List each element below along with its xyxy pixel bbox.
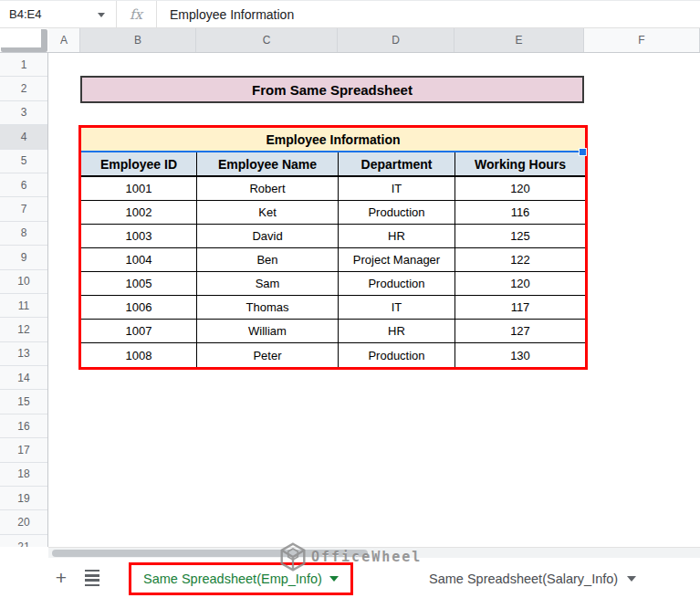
add-sheet-button[interactable]: + [49,566,73,590]
sheet-tab-dropdown-icon[interactable] [627,576,636,582]
column-header-E[interactable]: E [454,28,584,52]
row-header-21[interactable]: 21 [0,535,47,547]
row-header-13[interactable]: 13 [0,342,47,366]
table-body: 1001RobertIT1201002KetProduction1161003D… [81,177,585,367]
row-header-14[interactable]: 14 [0,366,47,390]
column-header-row: ABCDEF [0,28,700,53]
column-header-A[interactable]: A [48,28,80,52]
cell[interactable]: 1003 [81,225,197,247]
column-header-C[interactable]: C [196,28,338,52]
column-header-B[interactable]: B [80,28,196,52]
formula-input[interactable]: Employee Information [157,7,700,22]
cell[interactable]: 1005 [81,272,197,295]
cell[interactable]: William [197,320,339,342]
row-header-12[interactable]: 12 [0,318,47,341]
select-all-corner[interactable] [0,28,48,52]
row-header-19[interactable]: 19 [0,487,47,510]
table-title-cell[interactable]: Employee Information [81,128,585,152]
selection-fill-handle[interactable] [579,148,587,156]
cell[interactable]: Project Manager [339,248,455,271]
cell[interactable]: HR [339,225,455,247]
table-row: 1007WilliamHR127 [81,320,585,343]
hamburger-bar [85,570,99,572]
name-box-dropdown-icon[interactable] [98,13,105,17]
cell[interactable]: IT [339,296,455,319]
cell[interactable]: David [197,225,339,247]
formula-bar: B4:E4 fx Employee Information [0,1,700,28]
row-header-18[interactable]: 18 [0,463,47,487]
cell[interactable]: Thomas [197,296,339,319]
cell[interactable]: 117 [455,296,585,319]
cell[interactable]: HR [339,320,455,342]
row-header-20[interactable]: 20 [0,510,47,534]
name-box-value: B4:E4 [9,7,41,21]
sheet-tab-bar: + Same Spreadsheet(Emp_Info) Same Spread… [0,558,700,598]
sheet-tab-label: Same Spreadsheet(Emp_Info) [143,572,322,586]
horizontal-scrollbar[interactable] [48,547,700,558]
hamburger-bar [85,574,99,576]
cell[interactable]: 1002 [81,201,197,224]
row-header-3[interactable]: 3 [0,101,47,125]
row-header-6[interactable]: 6 [0,173,47,197]
banner-cell[interactable]: From Same Spreadsheet [80,76,584,103]
table-header-cell[interactable]: Working Hours [455,152,585,175]
row-header-2[interactable]: 2 [0,77,47,100]
hamburger-bar [85,584,99,586]
table-row: 1005SamProduction120 [81,272,585,296]
row-header-7[interactable]: 7 [0,197,47,221]
cell[interactable]: 1006 [81,296,197,319]
column-header-F[interactable]: F [584,28,700,52]
row-header-9[interactable]: 9 [0,246,47,269]
sheet-tab-dropdown-icon[interactable] [329,576,339,582]
row-header-5[interactable]: 5 [0,150,47,173]
sheet-tab-salary-info[interactable]: Same Spreadsheet(Salary_Info) [416,565,649,593]
all-sheets-menu-icon[interactable] [82,570,102,586]
cell[interactable]: 120 [455,177,585,200]
cell[interactable]: 127 [455,320,585,342]
table-header-row: Employee IDEmployee NameDepartmentWorkin… [81,152,585,177]
cell[interactable]: 125 [455,225,585,247]
table-row: 1002KetProduction116 [81,201,585,225]
fx-icon: fx [117,6,156,23]
row-headers: 123456789101112131415161718192021 [0,53,48,547]
table-header-cell[interactable]: Employee ID [81,152,197,175]
cell[interactable]: 1004 [81,248,197,271]
hamburger-bar [85,579,99,581]
cell[interactable]: Production [339,201,455,224]
cell[interactable]: 122 [455,248,585,271]
cell[interactable]: Sam [197,272,339,295]
cell[interactable]: Ket [197,201,339,224]
cell[interactable]: 120 [455,272,585,295]
row-header-15[interactable]: 15 [0,390,47,414]
sheet-tab-emp-info[interactable]: Same Spreadsheet(Emp_Info) [129,562,353,595]
row-header-4[interactable]: 4 [0,125,47,149]
row-header-10[interactable]: 10 [0,270,47,294]
row-header-17[interactable]: 17 [0,438,47,462]
table-header-cell[interactable]: Department [339,152,455,175]
cell[interactable]: 1008 [81,343,197,367]
table-row: 1001RobertIT120 [81,177,585,201]
horizontal-scrollbar-thumb[interactable] [52,550,368,557]
cell[interactable]: Production [339,343,455,367]
cell[interactable]: Ben [197,248,339,271]
table-header-cell[interactable]: Employee Name [197,152,339,175]
cell[interactable]: 1007 [81,320,197,342]
select-all-corner-shape [1,29,47,52]
row-header-16[interactable]: 16 [0,414,47,438]
row-header-8[interactable]: 8 [0,222,47,246]
table-row: 1008PeterProduction130 [81,343,585,367]
column-header-D[interactable]: D [338,28,454,52]
cell[interactable]: Robert [197,177,339,200]
name-box[interactable]: B4:E4 [0,1,116,27]
cell[interactable]: Production [339,272,455,295]
cell[interactable]: 116 [455,201,585,224]
cells-area[interactable]: From Same Spreadsheet Employee Informati… [48,53,700,547]
cell[interactable]: 1001 [81,177,197,200]
row-header-1[interactable]: 1 [0,53,47,77]
column-headers: ABCDEF [48,28,700,52]
row-header-11[interactable]: 11 [0,294,47,318]
table-row: 1004BenProject Manager122 [81,248,585,272]
cell[interactable]: 130 [455,343,585,367]
cell[interactable]: Peter [197,343,339,367]
cell[interactable]: IT [339,177,455,200]
